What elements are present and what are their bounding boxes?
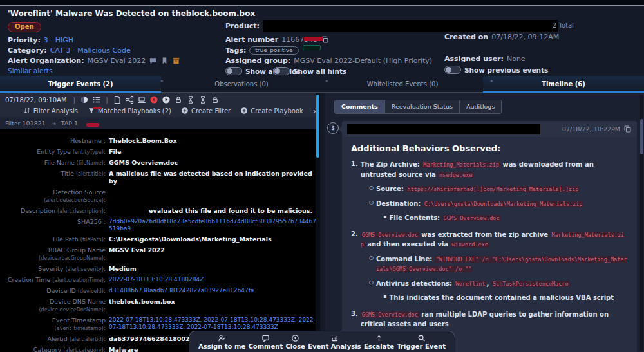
close-record-icon xyxy=(291,334,299,342)
plain-text: , xyxy=(487,280,491,287)
field-row-file-name: File Name (fileName):GGMS Overview.doc xyxy=(0,159,320,167)
field-key: (alert.alertid) xyxy=(70,337,104,342)
assigned-user-value: None xyxy=(507,55,526,63)
list-number: 2. xyxy=(351,230,358,250)
alert-org-value: MGSV Eval 2022 xyxy=(88,57,146,65)
bullet-icon: ▪ xyxy=(383,214,386,223)
comment-list-item: 1.The Zip Archive: Marketing_Materials.z… xyxy=(351,160,628,180)
field-value: File xyxy=(109,148,316,156)
annotation-mark xyxy=(93,107,102,109)
bullet-icon: ○ xyxy=(369,199,374,209)
tab-trigger-events[interactable]: Trigger Events (2) xyxy=(0,76,161,93)
plain-text: File Contents: xyxy=(389,214,442,221)
archive-icon[interactable] xyxy=(172,57,180,65)
top-strip xyxy=(0,0,644,6)
tab-timeline[interactable]: Timeline (6) xyxy=(483,76,644,93)
hourglass-icon[interactable] xyxy=(186,95,195,104)
list-icon[interactable] xyxy=(92,95,101,104)
comment-button[interactable]: Comment xyxy=(248,334,283,350)
comment-list-item: ○Antivirus detections: Woreflint, SchTas… xyxy=(351,279,628,289)
comment-card: 07/18/22, 10:22PM Additional Behaviors O… xyxy=(342,121,637,352)
action-label: Trigger Event xyxy=(397,343,446,350)
field-value: C:\Users\gosta\Downloads\Marketing_Mater… xyxy=(109,236,316,243)
page-title: 'Woreflint' Malware Was Detected on theb… xyxy=(8,9,255,18)
comment-list-item: ▪File Contents: GGMS Overview.doc xyxy=(351,213,628,223)
file-icon[interactable] xyxy=(113,95,122,104)
field-label: Category (alert.category): xyxy=(0,346,106,352)
filter-id[interactable]: Filter 101821 xyxy=(5,120,46,127)
show-previous-events-toggle[interactable] xyxy=(444,66,461,74)
network-icon[interactable] xyxy=(125,95,134,104)
comment-timestamp: 07/18/22, 10:22PM xyxy=(562,125,620,133)
record-red-icon[interactable] xyxy=(149,95,158,104)
event-analysis-button[interactable]: Event Analysis xyxy=(308,334,361,350)
search-button[interactable]: Trigger Event xyxy=(397,334,446,350)
field-value xyxy=(109,189,316,204)
field-label: Entity Type (entityType): xyxy=(0,148,106,156)
left-scrollbar-track[interactable] xyxy=(316,93,320,352)
right-scrollbar-thumb[interactable] xyxy=(640,119,643,154)
created-on-value: 07/18/22, 09:12AM xyxy=(491,33,559,41)
main-tabbar: Trigger Events (2) Observations (0) Whit… xyxy=(0,76,644,93)
contrast-icon[interactable] xyxy=(80,95,89,104)
field-row-creation-time: Creation Time (alert.creationTime):2022-… xyxy=(0,276,320,284)
close-record-button[interactable]: Close xyxy=(286,334,305,350)
field-label: Event Timestamp (event_timestamp): xyxy=(0,317,106,332)
tab-whitelisted-events[interactable]: Whitelisted Events (0) xyxy=(322,76,483,93)
field-value-link[interactable]: 7ddb0e920a26d0df18d23e5cdfe86b1116d74d88… xyxy=(109,218,316,233)
right-scrollbar-track[interactable] xyxy=(640,95,643,351)
field-value-link[interactable]: 2022-07-18T13:10:28.473333Z, 2022-07-18T… xyxy=(109,317,316,332)
field-key: (alert.description) xyxy=(57,208,104,214)
create-filter-button[interactable]: Create Filter xyxy=(181,107,231,115)
category-label: Category: xyxy=(8,46,47,55)
show-all-hints-toggle[interactable] xyxy=(273,67,290,75)
field-value: theblock.boom.box xyxy=(109,298,316,313)
action-label: Close xyxy=(286,343,305,350)
action-label: Event Analysis xyxy=(308,343,361,350)
comment-text: Command Line: "WINWORD.EXE" /n "C:\Users… xyxy=(376,254,628,274)
field-label: Detection Source (alert.detectionSource)… xyxy=(0,189,106,204)
field-value-link[interactable]: 2022-07-18T13:10:28.4180284Z xyxy=(109,276,316,284)
category-value[interactable]: CAT 3 - Malicious Code xyxy=(50,46,131,55)
priority-value[interactable]: 3 - HIGH xyxy=(44,36,73,44)
similar-alerts-link[interactable]: Similar alerts xyxy=(8,67,52,75)
tap-label[interactable]: TAP 1 xyxy=(61,120,78,127)
show-all-fields-toggle[interactable] xyxy=(225,67,242,75)
field-label: Device ID (deviceId): xyxy=(0,287,106,295)
subtab-comments[interactable]: Comments xyxy=(335,100,385,113)
filter-analysis-button[interactable]: Filter Analysis xyxy=(23,107,78,115)
chat-icon[interactable] xyxy=(149,57,157,65)
subtab-reevaluation-status[interactable]: Reevaluation Status xyxy=(385,100,460,113)
code-text: GGMS Overview.doc xyxy=(361,232,419,238)
lock-icon[interactable] xyxy=(174,95,183,104)
field-label: Alertid (alert.alertid): xyxy=(0,335,106,343)
left-scrollbar-thumb[interactable] xyxy=(316,95,319,158)
status-badge: Open xyxy=(8,22,41,32)
subtab-auditlogs[interactable]: Auditlogs xyxy=(460,100,501,113)
field-label: RBAC Group Name (device.rbacGroupName): xyxy=(0,246,106,262)
tab-observations[interactable]: Observations (0) xyxy=(161,76,322,93)
code-text: SchTaskPersistenceMacro xyxy=(491,281,570,287)
field-label: Title (alert.title): xyxy=(0,170,106,185)
plus-circle-icon xyxy=(240,107,248,115)
laptop-icon[interactable] xyxy=(137,95,146,104)
plain-text: Destination: xyxy=(376,200,423,207)
toolbar-divider: | xyxy=(72,96,77,104)
field-row-rbac-group-name: RBAC Group Name (device.rbacGroupName):M… xyxy=(0,246,320,262)
tab-separator: * xyxy=(490,79,493,86)
hourglass-icon[interactable] xyxy=(198,95,207,104)
copy-icon[interactable] xyxy=(623,125,632,133)
tag-true-positive[interactable]: true_positive xyxy=(249,46,298,55)
alert-header: 'Woreflint' Malware Was Detected on theb… xyxy=(0,7,644,76)
field-key: (device.rbacGroupName) xyxy=(39,255,104,261)
play-circle-icon[interactable] xyxy=(162,95,171,104)
escalate-button[interactable]: Escalate xyxy=(364,334,394,350)
action-label: Assign to me xyxy=(198,343,245,350)
show-previous-events-label: Show previous events xyxy=(464,66,548,74)
field-value-link[interactable]: d31488b6738aadb7381242827a03927e812b47fa xyxy=(109,287,316,295)
create-playbook-button[interactable]: Create Playbook xyxy=(240,107,303,115)
tab-separator: * xyxy=(160,79,164,86)
bookmark-icon[interactable] xyxy=(160,57,169,65)
lock-icon[interactable] xyxy=(211,95,220,104)
assign-user-button[interactable]: Assign to me xyxy=(198,334,245,350)
